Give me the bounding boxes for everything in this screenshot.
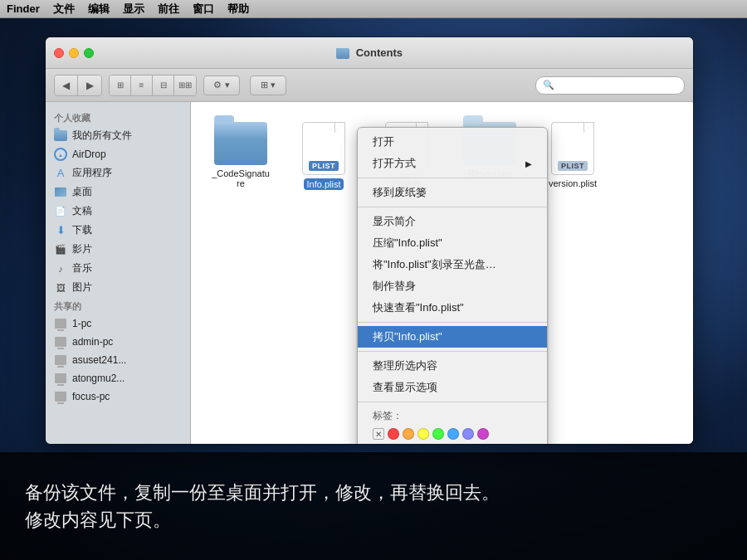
title-folder-icon bbox=[336, 48, 349, 59]
color-orange[interactable] bbox=[403, 428, 414, 440]
view-toggle-button[interactable]: ⊞ ▾ bbox=[250, 75, 286, 95]
view-buttons: ⊞ ≡ ⊟ ⊞⊞ bbox=[109, 75, 197, 96]
cm-sep-1 bbox=[358, 178, 547, 178]
list-view-button[interactable]: ≡ bbox=[131, 75, 153, 95]
pictures-icon: 🖼 bbox=[54, 281, 67, 295]
search-icon: 🔍 bbox=[543, 80, 554, 90]
cm-sep-2 bbox=[358, 207, 547, 207]
docs-icon: 📄 bbox=[54, 205, 67, 218]
pc-icon-4 bbox=[54, 372, 67, 385]
cm-open[interactable]: 打开 bbox=[358, 131, 547, 153]
context-menu: 打开 打开方式 ▶ 移到废纸篓 显示简介 压缩"Info.plist" bbox=[357, 127, 548, 444]
sidebar-item-pictures[interactable]: 🖼 图片 bbox=[46, 278, 190, 297]
bottom-bar: 备份该文件，复制一份至桌面并打开，修改，再替换回去。 修改内容见下页。 bbox=[0, 452, 747, 560]
favorites-label: 个人收藏 bbox=[46, 109, 190, 126]
titlebar: Contents bbox=[46, 37, 693, 69]
menubar-edit[interactable]: 编辑 bbox=[88, 2, 110, 17]
finder-window: Contents ◀ ▶ ⊞ ≡ ⊟ ⊞⊞ ⚙ ▾ ⊞ ▾ 🔍 个人收藏 bbox=[46, 37, 693, 444]
cm-sep-4 bbox=[358, 351, 547, 352]
file-label-codesig: _CodeSignature bbox=[211, 168, 271, 188]
bottom-line-1: 备份该文件，复制一份至桌面并打开，修改，再替换回去。 bbox=[25, 479, 500, 506]
menubar-window[interactable]: 窗口 bbox=[193, 2, 214, 17]
pc-icon-3 bbox=[54, 353, 67, 367]
apps-icon: A bbox=[54, 167, 67, 180]
file-item-versionplist[interactable]: PLIST version.plist bbox=[540, 119, 606, 193]
cm-arrow-openwith: ▶ bbox=[525, 159, 532, 168]
airdrop-icon bbox=[54, 148, 67, 161]
plist-icon-version: PLIST bbox=[551, 122, 594, 175]
cm-duplicate[interactable]: 制作替身 bbox=[358, 275, 547, 297]
menubar-file[interactable]: 文件 bbox=[53, 2, 75, 17]
cover-view-button[interactable]: ⊞⊞ bbox=[174, 75, 196, 95]
sidebar-item-focuspc[interactable]: focus-pc bbox=[46, 387, 190, 406]
action-button[interactable]: ⚙ ▾ bbox=[203, 75, 240, 95]
color-none[interactable]: ✕ bbox=[373, 428, 384, 440]
desktop-icon bbox=[54, 186, 67, 199]
color-green[interactable] bbox=[432, 428, 444, 440]
cm-organize[interactable]: 整理所选内容 bbox=[358, 355, 547, 377]
maximize-button[interactable] bbox=[84, 48, 94, 58]
sidebar-item-downloads[interactable]: ⬇ 下载 bbox=[46, 221, 190, 240]
color-yellow[interactable] bbox=[417, 428, 429, 440]
menubar: Finder 文件 编辑 显示 前往 窗口 帮助 bbox=[0, 0, 747, 18]
cm-compress[interactable]: 压缩"Info.plist" bbox=[358, 232, 547, 254]
sidebar-item-airdrop[interactable]: AirDrop bbox=[46, 145, 190, 163]
sidebar-item-docs[interactable]: 📄 文稿 bbox=[46, 202, 190, 221]
cm-copy[interactable]: 拷贝"Info.plist" bbox=[358, 326, 547, 348]
color-blue[interactable] bbox=[447, 428, 459, 440]
plist-badge-info: PLIST bbox=[309, 161, 339, 171]
sidebar-item-apps[interactable]: A 应用程序 bbox=[46, 163, 190, 183]
plist-icon-infoplist: PLIST bbox=[302, 122, 345, 175]
pc-icon-5 bbox=[54, 390, 67, 403]
bottom-text: 备份该文件，复制一份至桌面并打开，修改，再替换回去。 修改内容见下页。 bbox=[25, 479, 500, 533]
color-gray[interactable] bbox=[477, 428, 489, 440]
menubar-view[interactable]: 显示 bbox=[123, 2, 144, 17]
cm-view-options[interactable]: 查看显示选项 bbox=[358, 377, 547, 398]
pc-icon-2 bbox=[54, 335, 67, 348]
all-files-icon bbox=[54, 129, 67, 143]
menubar-finder[interactable]: Finder bbox=[7, 2, 40, 15]
cm-quicklook[interactable]: 快速查看"Info.plist" bbox=[358, 297, 547, 319]
cm-get-info[interactable]: 显示简介 bbox=[358, 211, 547, 232]
close-button[interactable] bbox=[54, 48, 64, 58]
color-purple[interactable] bbox=[462, 428, 474, 440]
menubar-go[interactable]: 前往 bbox=[158, 2, 179, 17]
file-label-versionplist: version.plist bbox=[549, 178, 597, 188]
main-content: _CodeSignature PLIST Info.plist PkgInfo … bbox=[191, 102, 693, 444]
sidebar-item-1pc[interactable]: 1-pc bbox=[46, 314, 190, 333]
shared-label: 共享的 bbox=[46, 297, 190, 314]
cm-sep-3 bbox=[358, 322, 547, 323]
forward-button[interactable]: ▶ bbox=[78, 75, 101, 95]
sidebar-item-music[interactable]: ♪ 音乐 bbox=[46, 259, 190, 278]
minimize-button[interactable] bbox=[69, 48, 79, 58]
cm-burn[interactable]: 将"Info.plist"刻录至光盘… bbox=[358, 254, 547, 275]
toolbar: ◀ ▶ ⊞ ≡ ⊟ ⊞⊞ ⚙ ▾ ⊞ ▾ 🔍 bbox=[46, 69, 693, 102]
bottom-line-2: 修改内容见下页。 bbox=[25, 506, 500, 533]
cm-tags-label: 标签： bbox=[358, 406, 547, 425]
back-button[interactable]: ◀ bbox=[55, 75, 78, 95]
cm-trash[interactable]: 移到废纸篓 bbox=[358, 182, 547, 203]
sidebar-item-atongmu[interactable]: atongmu2... bbox=[46, 369, 190, 387]
icon-view-button[interactable]: ⊞ bbox=[110, 75, 131, 95]
column-view-button[interactable]: ⊟ bbox=[153, 75, 174, 95]
search-box[interactable]: 🔍 bbox=[535, 76, 685, 95]
file-item-infoplist[interactable]: PLIST Info.plist bbox=[290, 119, 357, 193]
cm-open-with[interactable]: 打开方式 ▶ bbox=[358, 153, 547, 174]
file-label-infoplist: Info.plist bbox=[304, 178, 344, 190]
sidebar-item-asuset[interactable]: asuset241... bbox=[46, 351, 190, 369]
music-icon: ♪ bbox=[54, 262, 67, 275]
downloads-icon: ⬇ bbox=[54, 224, 67, 237]
file-item-codesig[interactable]: _CodeSignature bbox=[208, 119, 274, 193]
sidebar-item-all-files[interactable]: 我的所有文件 bbox=[46, 126, 190, 145]
pc-icon-1 bbox=[54, 317, 67, 330]
movies-icon: 🎬 bbox=[54, 243, 67, 256]
sidebar-item-desktop[interactable]: 桌面 bbox=[46, 183, 190, 202]
sidebar-item-movies[interactable]: 🎬 影片 bbox=[46, 240, 190, 259]
menubar-help[interactable]: 帮助 bbox=[227, 2, 249, 17]
color-red[interactable] bbox=[388, 428, 399, 440]
sidebar-item-adminpc[interactable]: admin-pc bbox=[46, 333, 190, 351]
traffic-lights bbox=[54, 48, 94, 58]
nav-buttons: ◀ ▶ bbox=[54, 75, 102, 96]
color-picker: ✕ bbox=[358, 425, 547, 443]
content-area: 个人收藏 我的所有文件 AirDrop A 应用程序 bbox=[46, 102, 693, 444]
